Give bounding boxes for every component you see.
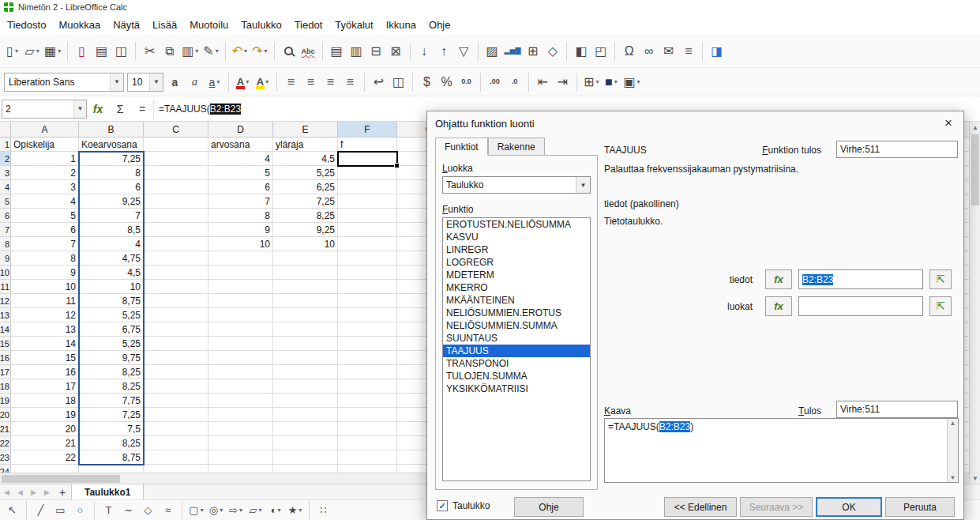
cell-b12[interactable]: 8,75 xyxy=(79,294,144,308)
cell-f1[interactable]: f xyxy=(338,138,397,152)
cell-b9[interactable]: 4,75 xyxy=(79,251,144,266)
array-checkbox-row[interactable]: ✓ Taulukko xyxy=(437,500,490,511)
delete-rows-icon[interactable]: ⊟ xyxy=(366,40,386,63)
row-header-9[interactable]: 9 xyxy=(0,251,11,266)
open-folder-icon[interactable]: ▱▾ xyxy=(22,40,42,63)
scroll-up-icon[interactable]: ▲ xyxy=(948,420,958,427)
cell-e14[interactable] xyxy=(273,322,338,337)
chevron-down-icon[interactable]: ▾ xyxy=(239,507,242,514)
cell-b18[interactable]: 8,25 xyxy=(79,379,144,394)
insert-rows-above-icon[interactable]: ▤ xyxy=(327,40,347,63)
cell-f17[interactable] xyxy=(338,365,397,379)
split-window-icon[interactable]: ◧ xyxy=(571,40,591,63)
formula-box-scrollbar[interactable]: ▲ ▼ xyxy=(947,419,958,482)
cell-e12[interactable] xyxy=(273,294,338,308)
insert-comment-icon[interactable]: ✉ xyxy=(659,40,678,63)
underline-icon[interactable]: a▾ xyxy=(205,70,224,94)
cell-d5[interactable]: 7 xyxy=(208,194,273,209)
sort-ascending-icon[interactable]: ↓ xyxy=(415,40,434,63)
menu-lis[interactable]: Lisää xyxy=(146,16,183,34)
menu-tiedosto[interactable]: Tiedosto xyxy=(1,16,52,34)
sum-icon[interactable]: Σ xyxy=(109,100,131,119)
cell-c24[interactable] xyxy=(144,465,208,473)
function-list-item-yksikk-matriisi[interactable]: YKSIKKÖMATRIISI xyxy=(443,382,590,395)
cell-a17[interactable]: 16 xyxy=(11,365,79,379)
cell-a15[interactable]: 14 xyxy=(11,337,79,351)
borders-icon[interactable]: ⊞▾ xyxy=(581,70,601,94)
sidebar-icon[interactable]: ◨ xyxy=(707,40,727,63)
delete-columns-icon[interactable]: ⊠ xyxy=(386,40,406,63)
row-header-18[interactable]: 18 xyxy=(0,379,11,394)
cell-d17[interactable] xyxy=(208,365,273,379)
menu-muotoilu[interactable]: Muotoilu xyxy=(183,16,235,34)
cell-f14[interactable] xyxy=(338,322,397,337)
cell-f23[interactable] xyxy=(338,450,397,465)
cell-d16[interactable] xyxy=(208,351,273,365)
row-header-24[interactable]: 24 xyxy=(0,465,11,473)
row-header-17[interactable]: 17 xyxy=(0,365,11,379)
cell-b21[interactable]: 7,5 xyxy=(79,422,144,436)
format-currency-icon[interactable]: $ xyxy=(417,70,437,94)
scroll-down-icon[interactable]: ▼ xyxy=(948,474,958,481)
row-header-23[interactable]: 23 xyxy=(0,450,11,465)
headers-and-footers-icon[interactable]: ≡ xyxy=(678,40,698,63)
cell-a9[interactable]: 8 xyxy=(11,251,79,266)
select-all-corner[interactable] xyxy=(0,122,11,138)
function-list-item-neli-summien-summa[interactable]: NELIÖSUMMIEN.SUMMA xyxy=(443,319,590,332)
row-header-11[interactable]: 11 xyxy=(0,280,11,294)
cell-a14[interactable]: 13 xyxy=(11,322,79,337)
background-color-icon[interactable]: ■▾ xyxy=(601,70,621,94)
polygon-icon[interactable]: ◇ xyxy=(138,502,158,519)
cell-e5[interactable]: 7,25 xyxy=(273,194,338,209)
column-header-a[interactable]: A xyxy=(11,122,79,138)
cell-f7[interactable] xyxy=(338,223,397,237)
cell-d12[interactable] xyxy=(208,294,273,308)
cell-f9[interactable] xyxy=(338,251,397,266)
tiedot-fx-icon[interactable]: fx xyxy=(765,269,792,289)
equals-icon[interactable]: = xyxy=(131,100,153,119)
cell-f10[interactable] xyxy=(338,266,397,280)
chevron-down-icon[interactable]: ▾ xyxy=(246,78,249,85)
chevron-down-icon[interactable]: ▾ xyxy=(258,507,261,514)
clone-formatting-icon[interactable]: ✎▾ xyxy=(201,40,220,63)
chevron-down-icon[interactable]: ▼ xyxy=(73,100,86,118)
cell-d10[interactable] xyxy=(208,266,273,280)
cell-e21[interactable] xyxy=(273,422,338,436)
star-shapes-icon[interactable]: ★▾ xyxy=(285,502,305,519)
cell-f21[interactable] xyxy=(338,422,397,436)
next-button[interactable]: Seuraava >> xyxy=(740,497,813,517)
column-header-c[interactable]: C xyxy=(144,122,208,138)
cell-c11[interactable] xyxy=(144,280,208,294)
cell-a21[interactable]: 20 xyxy=(11,422,79,436)
cell-e8[interactable]: 10 xyxy=(273,237,338,251)
cell-d11[interactable] xyxy=(208,280,273,294)
row-header-1[interactable]: 1 xyxy=(0,138,11,152)
cell-f11[interactable] xyxy=(338,280,397,294)
cell-d24[interactable] xyxy=(208,465,273,473)
function-wizard-icon[interactable]: fx xyxy=(87,100,109,119)
function-list-item-mk-nteinen[interactable]: MKÄÄNTEINEN xyxy=(443,294,590,307)
vertical-scrollbar[interactable]: ▲ ▼ xyxy=(969,122,980,484)
cell-a24[interactable] xyxy=(11,465,79,473)
function-list-item-neli-summien-erotus[interactable]: NELIÖSUMMIEN.EROTUS xyxy=(443,307,590,319)
cell-f16[interactable] xyxy=(338,351,397,365)
row-header-5[interactable]: 5 xyxy=(0,194,11,209)
function-list-item-transponoi[interactable]: TRANSPONOI xyxy=(443,357,590,370)
insert-line-icon[interactable]: ╱ xyxy=(31,502,51,519)
cell-e17[interactable] xyxy=(273,365,338,379)
cell-a7[interactable]: 6 xyxy=(11,223,79,237)
function-list-item-kasvu[interactable]: KASVU xyxy=(443,231,590,243)
cell-d9[interactable] xyxy=(208,251,273,266)
font-name-combo[interactable]: Liberation Sans ▼ xyxy=(4,73,124,92)
insert-text-box-icon[interactable]: T xyxy=(99,502,118,519)
cell-b1[interactable]: Koearvosana xyxy=(79,138,144,152)
cell-d20[interactable] xyxy=(208,408,273,422)
cell-d6[interactable]: 8 xyxy=(208,209,273,223)
cell-c4[interactable] xyxy=(144,180,208,194)
cell-b14[interactable]: 6,75 xyxy=(79,322,144,337)
cell-d19[interactable] xyxy=(208,394,273,408)
cell-c7[interactable] xyxy=(144,223,208,237)
cell-c21[interactable] xyxy=(144,422,208,436)
cell-b3[interactable]: 8 xyxy=(79,166,144,180)
align-right-icon[interactable]: ≡ xyxy=(321,70,340,94)
